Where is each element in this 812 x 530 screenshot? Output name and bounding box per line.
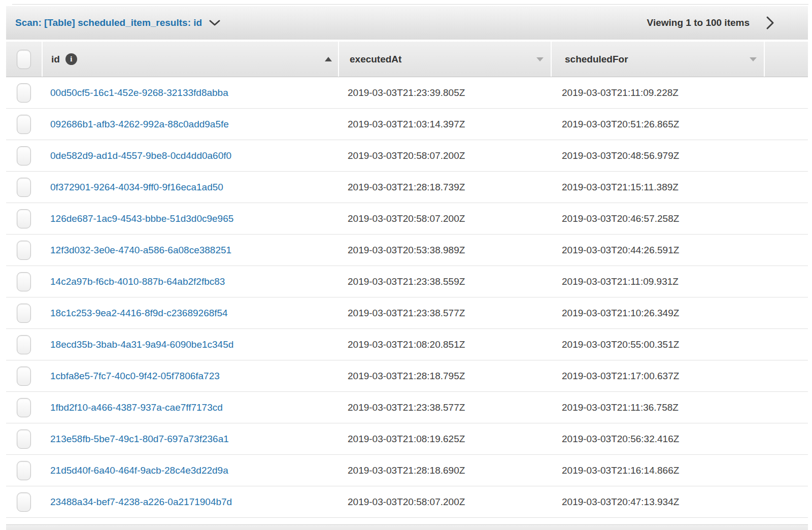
item-id-link[interactable]: 21d5d40f-6a40-464f-9acb-28c4e3d22d9a	[50, 465, 228, 476]
row-checkbox[interactable]	[17, 83, 31, 103]
column-header-id[interactable]: id i	[43, 42, 338, 77]
row-checkbox[interactable]	[17, 272, 31, 291]
row-checkbox[interactable]	[17, 115, 31, 134]
item-id-link[interactable]: 213e58fb-5be7-49c1-80d7-697a73f236a1	[50, 434, 229, 445]
viewing-count-label: Viewing 1 to 100 items	[647, 17, 750, 28]
executed-at-value: 2019-03-03T21:08:19.625Z	[337, 423, 549, 454]
item-id-cell: 213e58fb-5be7-49c1-80d7-697a73f236a1	[42, 423, 337, 454]
column-header-executedAt[interactable]: executedAt	[339, 42, 551, 77]
row-checkbox[interactable]	[17, 241, 31, 260]
column-label-id: id	[51, 54, 60, 65]
chevron-down-icon[interactable]	[209, 19, 220, 26]
executed-at-value: 2019-03-03T21:28:18.690Z	[337, 455, 549, 486]
table-row: 14c2a97b-f6cb-4010-887b-64ab2f2fbc832019…	[6, 266, 808, 297]
item-id-link[interactable]: 1fbd2f10-a466-4387-937a-cae7ff7173cd	[50, 402, 223, 413]
table-row: 00d50cf5-16c1-452e-9268-32133fd8abba2019…	[6, 77, 808, 109]
row-checkbox-cell	[6, 360, 42, 391]
table-footer	[6, 524, 808, 530]
item-id-cell: 14c2a97b-f6cb-4010-887b-64ab2f2fbc83	[42, 266, 337, 297]
row-checkbox[interactable]	[17, 178, 31, 197]
item-id-cell: 12f3d032-3e0e-4740-a586-6a08ce388251	[42, 235, 337, 266]
row-checkbox-cell	[6, 455, 42, 486]
scheduled-for-value: 2019-03-03T21:15:11.389Z	[549, 172, 761, 203]
scheduled-for-value: 2019-03-03T20:55:00.351Z	[549, 329, 761, 360]
column-header-scheduledFor[interactable]: scheduledFor	[552, 42, 764, 77]
row-checkbox-cell	[6, 392, 42, 423]
executed-at-value: 2019-03-03T21:23:38.559Z	[337, 266, 549, 297]
row-checkbox[interactable]	[17, 461, 31, 480]
row-checkbox[interactable]	[17, 146, 31, 165]
table-row: 18ecd35b-3bab-4a31-9a94-6090be1c345d2019…	[6, 329, 808, 360]
top-divider	[12, 4, 808, 5]
scheduled-for-value: 2019-03-03T20:44:26.591Z	[549, 235, 761, 266]
item-id-link[interactable]: 1cbfa8e5-7fc7-40c0-9f42-05f7806fa723	[50, 371, 220, 382]
scheduled-for-value: 2019-03-03T21:11:09.228Z	[549, 77, 761, 108]
item-id-link[interactable]: 23488a34-bef7-4238-a226-0a2171904b7d	[50, 496, 232, 508]
item-id-cell: 1cbfa8e5-7fc7-40c0-9f42-05f7806fa723	[42, 360, 337, 391]
scheduled-for-value: 2019-03-03T20:56:32.416Z	[549, 423, 761, 454]
item-id-cell: 18ecd35b-3bab-4a31-9a94-6090be1c345d	[42, 329, 337, 360]
select-all-checkbox[interactable]	[17, 50, 31, 69]
row-checkbox[interactable]	[17, 304, 31, 323]
executed-at-value: 2019-03-03T21:08:20.851Z	[337, 329, 549, 360]
scheduled-for-value: 2019-03-03T20:46:57.258Z	[549, 203, 761, 234]
row-checkbox-cell	[6, 77, 42, 108]
item-id-cell: 0de582d9-ad1d-4557-9be8-0cd4dd0a60f0	[42, 140, 337, 171]
scan-title[interactable]: Scan: [Table] scheduled_item_results: id	[15, 17, 202, 28]
table-row: 1fbd2f10-a466-4387-937a-cae7ff7173cd2019…	[6, 392, 808, 423]
sort-toggle-icon	[536, 57, 544, 61]
row-checkbox-cell	[6, 203, 42, 234]
dynamodb-items-panel: Scan: [Table] scheduled_item_results: id…	[6, 6, 808, 530]
table-row: 0de582d9-ad1d-4557-9be8-0cd4dd0a60f02019…	[6, 140, 808, 172]
scheduled-for-value: 2019-03-03T20:51:26.865Z	[549, 109, 761, 140]
item-id-link[interactable]: 00d50cf5-16c1-452e-9268-32133fd8abba	[50, 87, 228, 98]
select-all-cell	[6, 42, 42, 77]
column-label-scheduledFor: scheduledFor	[565, 54, 628, 65]
scheduled-for-value: 2019-03-03T21:16:14.866Z	[549, 455, 761, 486]
item-id-link[interactable]: 12f3d032-3e0e-4740-a586-6a08ce388251	[50, 245, 231, 256]
row-checkbox[interactable]	[17, 398, 31, 417]
executed-at-value: 2019-03-03T20:58:07.200Z	[337, 140, 549, 171]
scan-selector[interactable]: Scan: [Table] scheduled_item_results: id	[15, 17, 220, 28]
item-id-link[interactable]: 18ecd35b-3bab-4a31-9a94-6090be1c345d	[50, 339, 233, 350]
row-checkbox-cell	[6, 172, 42, 203]
table-row: 0f372901-9264-4034-9ff0-9f16eca1ad502019…	[6, 172, 808, 203]
item-id-cell: 00d50cf5-16c1-452e-9268-32133fd8abba	[42, 77, 337, 108]
executed-at-value: 2019-03-03T20:53:38.989Z	[337, 235, 549, 266]
row-checkbox[interactable]	[17, 429, 31, 449]
row-checkbox[interactable]	[17, 367, 31, 386]
item-id-link[interactable]: 14c2a97b-f6cb-4010-887b-64ab2f2fbc83	[50, 276, 225, 287]
item-id-link[interactable]: 0f372901-9264-4034-9ff0-9f16eca1ad50	[50, 182, 223, 193]
chevron-right-icon[interactable]	[766, 16, 774, 30]
row-checkbox-cell	[6, 109, 42, 140]
item-id-cell: 21d5d40f-6a40-464f-9acb-28c4e3d22d9a	[42, 455, 337, 486]
row-checkbox-cell	[6, 235, 42, 266]
table-row: 213e58fb-5be7-49c1-80d7-697a73f236a12019…	[6, 423, 808, 455]
row-checkbox[interactable]	[17, 335, 31, 354]
table-row: 12f3d032-3e0e-4740-a586-6a08ce3882512019…	[6, 235, 808, 266]
row-checkbox[interactable]	[17, 492, 31, 512]
row-checkbox-cell	[6, 297, 42, 328]
table-row: 18c1c253-9ea2-4416-8f9d-c23689268f542019…	[6, 297, 808, 329]
executed-at-value: 2019-03-03T21:03:14.397Z	[337, 109, 549, 140]
scheduled-for-value: 2019-03-03T21:11:36.758Z	[549, 392, 761, 423]
info-icon[interactable]: i	[65, 53, 77, 65]
executed-at-value: 2019-03-03T20:58:07.200Z	[337, 203, 549, 234]
item-id-link[interactable]: 126de687-1ac9-4543-bbbe-51d3d0c9e965	[50, 213, 233, 224]
scheduled-for-value: 2019-03-03T21:11:09.931Z	[549, 266, 761, 297]
executed-at-value: 2019-03-03T21:23:38.577Z	[337, 297, 549, 328]
executed-at-value: 2019-03-03T21:28:18.795Z	[337, 360, 549, 391]
row-checkbox[interactable]	[17, 209, 31, 228]
executed-at-value: 2019-03-03T21:28:18.739Z	[337, 172, 549, 203]
row-checkbox-cell	[6, 423, 42, 454]
pagination-group: Viewing 1 to 100 items	[647, 16, 774, 30]
scan-toolbar: Scan: [Table] scheduled_item_results: id…	[6, 6, 808, 40]
item-id-link[interactable]: 0de582d9-ad1d-4557-9be8-0cd4dd0a60f0	[50, 150, 231, 161]
item-id-link[interactable]: 18c1c253-9ea2-4416-8f9d-c23689268f54	[50, 308, 228, 319]
item-id-cell: 126de687-1ac9-4543-bbbe-51d3d0c9e965	[42, 203, 337, 234]
table-body: 00d50cf5-16c1-452e-9268-32133fd8abba2019…	[6, 77, 808, 518]
sort-ascending-icon	[325, 57, 332, 61]
table-header: id i executedAt scheduledFor	[6, 42, 808, 77]
row-checkbox-cell	[6, 486, 42, 517]
item-id-link[interactable]: 092686b1-afb3-4262-992a-88c0add9a5fe	[50, 119, 229, 130]
